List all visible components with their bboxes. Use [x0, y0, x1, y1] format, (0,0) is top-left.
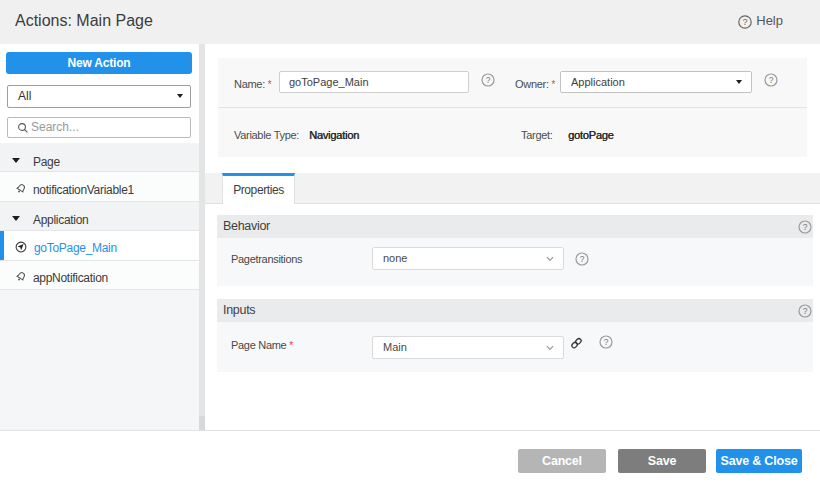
- svg-text:?: ?: [580, 254, 585, 264]
- svg-text:?: ?: [802, 306, 807, 316]
- svg-text:?: ?: [743, 17, 748, 27]
- svg-text:?: ?: [802, 222, 807, 232]
- svg-text:?: ?: [604, 337, 609, 347]
- svg-text:?: ?: [769, 75, 774, 85]
- svg-text:?: ?: [486, 75, 491, 85]
